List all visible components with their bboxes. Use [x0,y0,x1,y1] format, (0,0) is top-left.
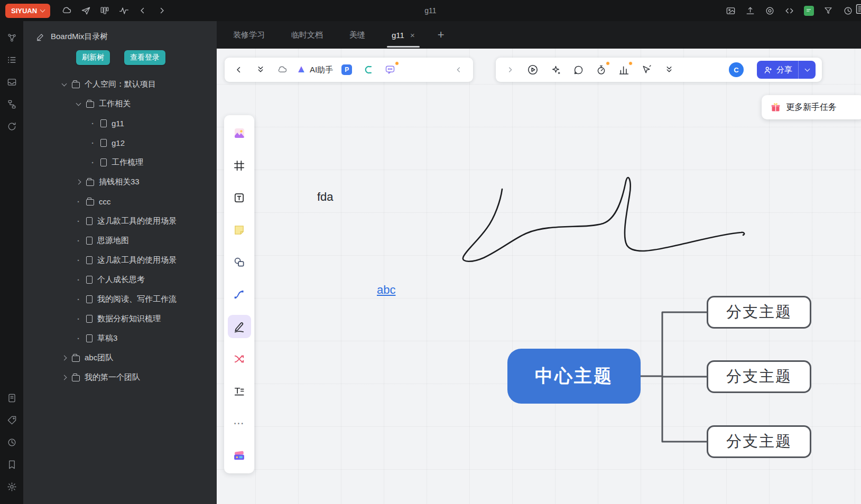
tree-item[interactable]: · 数据分析知识梳理 [23,309,217,329]
vote-chart-icon[interactable] [616,62,632,78]
toolbar-collapse-icon[interactable] [451,62,467,78]
chevron-right-icon[interactable] [62,375,67,380]
avatar[interactable]: C [729,62,744,77]
document-icon-partial[interactable] [854,3,861,15]
tab-zhuangxiu[interactable]: 装修学习 [220,21,278,49]
chevron-down-icon[interactable] [62,81,67,86]
close-icon[interactable]: × [410,31,415,40]
outline-icon[interactable] [3,51,20,68]
canvas-text-abc[interactable]: abc [377,283,395,297]
code-icon[interactable] [781,3,797,18]
add-tab-button[interactable]: + [428,21,454,49]
scan-image-icon[interactable] [723,3,738,18]
cloud-save-icon[interactable] [274,62,290,78]
window-title: g11 [424,0,436,21]
forward-icon[interactable] [154,3,170,18]
laser-pointer-icon[interactable] [638,62,654,78]
activity-icon[interactable] [116,3,132,18]
tab-g11[interactable]: g11 × [378,21,428,49]
pen-tool[interactable] [228,315,251,338]
canvas-text-fda[interactable]: fda [317,190,334,204]
tree-item[interactable]: 工作相关 [23,94,217,114]
mindmap-center-node[interactable]: 中心主题 [507,349,641,404]
frame-tool[interactable] [228,154,251,177]
tree-item[interactable]: · ccc [23,192,217,211]
document-icon [86,237,92,245]
view-login-button[interactable]: 查看登录 [124,50,165,65]
chevron-down-icon[interactable] [76,100,81,106]
mindmap-tool[interactable] [228,347,251,370]
tag-icon[interactable] [3,412,20,428]
document-icon [86,315,92,323]
tree-item[interactable]: · g12 [23,133,217,153]
tree-item[interactable]: · 草稿3 [23,329,217,348]
chevron-down-icon [40,7,45,13]
teal-app-icon[interactable] [360,62,376,78]
share-button[interactable]: 分享 [757,61,816,79]
inbox-icon[interactable] [3,73,20,90]
tab-meifeng[interactable]: 美缝 [336,21,378,49]
comment-app-icon[interactable] [382,62,398,78]
tab-label: 装修学习 [233,30,265,40]
tree-item[interactable]: · 思源地图 [23,231,217,250]
tree-item[interactable]: abc团队 [23,348,217,368]
tab-label: g11 [392,31,404,40]
publish-icon[interactable] [78,3,94,18]
mindmap-branch-node[interactable]: 分支主题 [707,296,811,329]
chevron-right-icon[interactable] [76,180,81,185]
sync-icon[interactable] [3,118,20,135]
cloud-sync-icon[interactable] [59,3,75,18]
tree-item[interactable]: · g11 [23,114,217,133]
text-tool[interactable] [228,186,251,209]
apps-tool[interactable] [228,444,251,467]
more-tools-button[interactable]: ⋯ [228,412,251,435]
processon-icon[interactable]: P [339,62,355,78]
tree-item[interactable]: 个人空间：默认项目 [23,74,217,94]
tree-item[interactable]: · 这几款工具的使用场景 [23,250,217,270]
chevron-right-icon[interactable] [62,356,67,361]
newbie-task-notice[interactable]: 更多新手任务 [762,95,861,119]
document-icon [100,158,107,166]
text-doc-tool[interactable] [228,379,251,403]
workspace-button[interactable]: SIYUAN [5,4,50,18]
tree-item[interactable]: · 这几款工具的使用场景 [23,211,217,231]
tree-item[interactable]: · 我的阅读、写作工作流 [23,290,217,309]
ai-assistant-button[interactable]: AI助手 [296,64,333,75]
sticky-note-tool[interactable] [228,218,251,241]
timer-icon[interactable] [593,62,609,78]
comment-bubble-icon[interactable] [570,62,586,78]
tree-item[interactable]: 搞钱相关33 [23,172,217,192]
tree-item[interactable]: · 工作梳理 [23,153,217,172]
tree-item[interactable]: · 个人成长思考 [23,270,217,290]
tree-item[interactable]: 我的第一个团队 [23,368,217,387]
settings-gear-icon[interactable] [3,478,20,495]
shapes-tool[interactable] [228,250,251,274]
present-play-icon[interactable] [525,62,541,78]
tab-linshi[interactable]: 临时文档 [278,21,336,49]
bookmark-icon[interactable] [3,456,20,473]
clock-icon[interactable] [3,434,20,451]
back-icon[interactable] [135,3,151,18]
double-chevron-down-icon[interactable] [661,62,677,78]
tab-label: 临时文档 [291,30,323,40]
graph-icon[interactable] [3,29,20,46]
upload-icon[interactable] [742,3,758,18]
connector-tool[interactable] [228,283,251,306]
expand-right-icon[interactable] [502,62,518,78]
history-clock-icon[interactable] [840,3,856,18]
funnel-icon[interactable] [820,3,836,18]
mindmap-branch-node[interactable]: 分支主题 [707,425,811,458]
effects-sparkle-icon[interactable] [548,62,563,78]
refresh-tree-button[interactable]: 刷新树 [76,50,110,65]
collapse-left-icon[interactable] [231,62,247,78]
app-circle-icon[interactable] [762,3,777,18]
template-tool[interactable] [228,122,251,145]
board-canvas[interactable]: AI助手 P [217,49,861,504]
file-icon[interactable] [3,389,20,406]
double-chevron-down-icon[interactable] [253,62,269,78]
mindmap-branch-node[interactable]: 分支主题 [707,360,811,393]
green-widget-icon[interactable] [801,3,817,18]
flowchart-icon[interactable] [3,96,20,113]
share-dropdown[interactable] [798,61,816,79]
layout-columns-icon[interactable] [97,3,113,18]
